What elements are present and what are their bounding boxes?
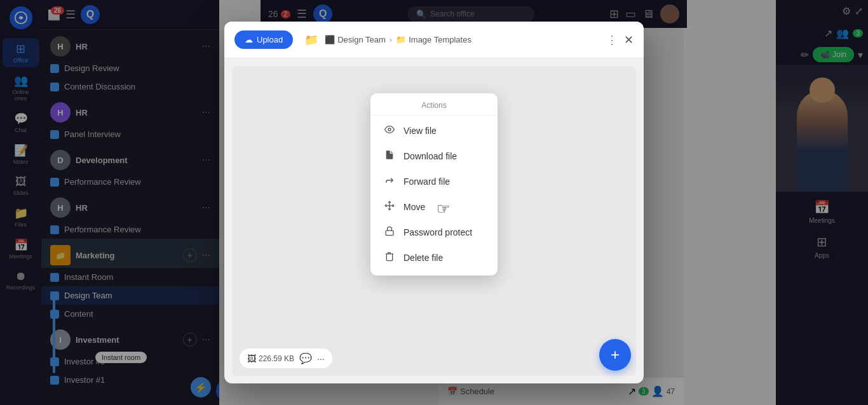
file-info-bar: 🖼 226.59 KB 💬 ··· bbox=[240, 349, 332, 368]
dots-icon: ··· bbox=[317, 354, 325, 364]
action-download-label: Download file bbox=[403, 151, 457, 161]
modal-body: 🖼 226.59 KB 💬 ··· Actions bbox=[224, 58, 644, 383]
comment-icon[interactable]: 💬 bbox=[299, 352, 312, 364]
fab-button[interactable]: + bbox=[599, 339, 631, 371]
breadcrumb-folder[interactable]: 📁 Image Templates bbox=[396, 35, 471, 44]
move-icon bbox=[383, 201, 396, 213]
file-more-button[interactable]: ··· bbox=[317, 354, 325, 364]
upload-button[interactable]: ☁ Upload bbox=[234, 30, 293, 49]
action-password-label: Password protect bbox=[403, 227, 472, 237]
lock-icon bbox=[383, 226, 396, 239]
upload-icon: ☁ bbox=[245, 35, 253, 44]
svg-point-1 bbox=[388, 128, 391, 131]
folder-label: Image Templates bbox=[409, 35, 471, 44]
file-size-label: 226.59 KB bbox=[259, 354, 294, 363]
download-icon bbox=[383, 150, 396, 163]
action-delete-file[interactable]: Delete file bbox=[370, 245, 498, 270]
view-icon bbox=[383, 124, 396, 137]
action-move-label: Move bbox=[403, 202, 425, 212]
svg-rect-4 bbox=[386, 230, 393, 235]
action-forward-file[interactable]: Forward file bbox=[370, 169, 498, 194]
breadcrumb: ⬛ Design Team › 📁 Image Templates bbox=[325, 35, 600, 44]
action-move[interactable]: Move bbox=[370, 194, 498, 220]
action-download-file[interactable]: Download file bbox=[370, 143, 498, 169]
upload-label: Upload bbox=[257, 35, 283, 44]
action-delete-label: Delete file bbox=[403, 253, 443, 263]
modal-close-button[interactable]: ✕ bbox=[624, 33, 634, 47]
files-header-icon[interactable]: 📁 bbox=[304, 33, 318, 47]
team-label: Design Team bbox=[337, 35, 386, 44]
file-icon: 🖼 bbox=[247, 354, 256, 364]
fab-plus-icon: + bbox=[611, 346, 620, 364]
folder-icon: 📁 bbox=[396, 35, 406, 44]
actions-dropdown: Actions View file bbox=[370, 93, 498, 276]
action-password-protect[interactable]: Password protect bbox=[370, 220, 498, 245]
forward-icon bbox=[383, 175, 396, 188]
actions-title: Actions bbox=[370, 98, 498, 116]
team-icon: ⬛ bbox=[325, 35, 335, 44]
trash-icon bbox=[383, 251, 396, 264]
breadcrumb-team[interactable]: ⬛ Design Team bbox=[325, 35, 386, 44]
action-view-label: View file bbox=[403, 126, 437, 136]
modal-panel: ☁ Upload 📁 ⬛ Design Team › 📁 Image Templ… bbox=[224, 22, 644, 383]
file-size-badge: 🖼 226.59 KB bbox=[247, 354, 294, 364]
action-view-file[interactable]: View file bbox=[370, 118, 498, 143]
breadcrumb-arrow: › bbox=[390, 35, 392, 44]
action-forward-label: Forward file bbox=[403, 176, 450, 187]
modal-header: ☁ Upload 📁 ⬛ Design Team › 📁 Image Templ… bbox=[224, 22, 644, 58]
modal-backdrop[interactable]: ☁ Upload 📁 ⬛ Design Team › 📁 Image Templ… bbox=[0, 0, 868, 405]
modal-more-icon[interactable]: ⋮ bbox=[606, 33, 618, 47]
